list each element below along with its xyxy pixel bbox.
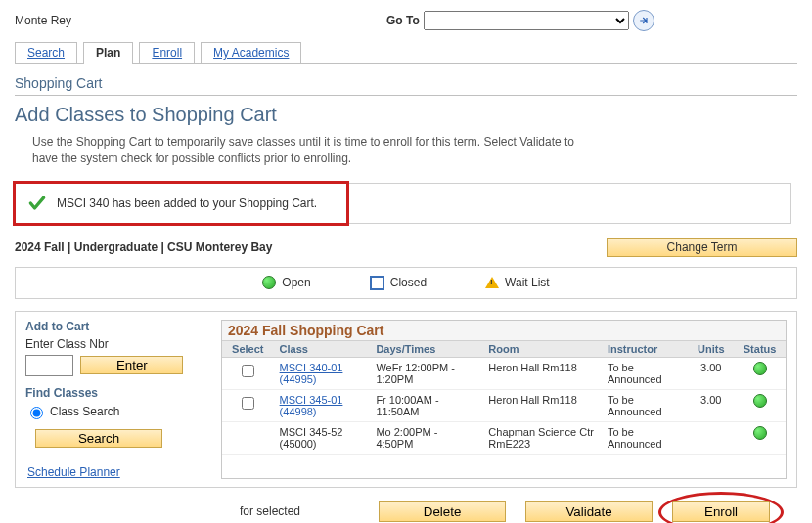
cell-status bbox=[734, 389, 786, 421]
enter-class-nbr-label: Enter Class Nbr bbox=[25, 337, 211, 351]
instructions: Use the Shopping Cart to temporarily sav… bbox=[32, 134, 580, 167]
cell-room: Heron Hall Rm118 bbox=[482, 389, 602, 421]
col-instructor: Instructor bbox=[602, 341, 688, 358]
cell-units: 3.00 bbox=[688, 389, 734, 421]
col-units: Units bbox=[688, 341, 734, 358]
success-message-box: MSCI 340 has been added to your Shopping… bbox=[15, 183, 791, 224]
user-name: Monte Rey bbox=[15, 14, 386, 27]
cell-units bbox=[688, 421, 734, 454]
cell-instructor: To be Announced bbox=[602, 389, 688, 421]
legend-open-label: Open bbox=[282, 276, 310, 289]
tab-my-academics[interactable]: My Academics bbox=[201, 42, 301, 63]
cell-status bbox=[734, 421, 786, 454]
enter-button[interactable]: Enter bbox=[80, 356, 183, 374]
legend-closed-label: Closed bbox=[390, 276, 427, 289]
col-status: Status bbox=[734, 341, 786, 358]
col-class: Class bbox=[274, 341, 371, 358]
status-open-icon bbox=[753, 426, 767, 440]
col-days: Days/Times bbox=[370, 341, 482, 358]
status-open-icon bbox=[262, 276, 276, 289]
search-button[interactable]: Search bbox=[35, 429, 162, 448]
status-open-icon bbox=[753, 362, 767, 375]
table-row: MSCI 340-01(44995)WeFr 12:00PM - 1:20PMH… bbox=[222, 357, 786, 389]
tab-bar: Search Plan Enroll My Academics bbox=[15, 41, 797, 64]
change-term-button[interactable]: Change Term bbox=[607, 238, 797, 257]
legend: Open Closed Wait List bbox=[15, 267, 797, 299]
table-row: MSCI 345-01(44998)Fr 10:00AM - 11:50AMHe… bbox=[222, 389, 786, 421]
goto-select[interactable] bbox=[424, 11, 629, 30]
goto-label: Go To bbox=[386, 14, 420, 27]
schedule-planner-link[interactable]: Schedule Planner bbox=[27, 465, 120, 479]
cell-room: Chapman Science Ctr RmE223 bbox=[482, 421, 602, 454]
for-selected-label: for selected bbox=[240, 504, 300, 518]
delete-button[interactable]: Delete bbox=[379, 501, 506, 522]
status-waitlist-icon bbox=[485, 277, 499, 288]
tab-plan[interactable]: Plan bbox=[83, 42, 133, 64]
find-classes-header: Find Classes bbox=[25, 386, 211, 400]
cart-table: Select Class Days/Times Room Instructor … bbox=[222, 341, 786, 455]
cell-instructor: To be Announced bbox=[602, 421, 688, 454]
cart-title: 2024 Fall Shopping Cart bbox=[222, 321, 786, 341]
add-to-cart-header: Add to Cart bbox=[25, 320, 211, 333]
validate-button[interactable]: Validate bbox=[525, 501, 653, 522]
term-text: 2024 Fall | Undergraduate | CSU Monterey… bbox=[15, 240, 607, 254]
cell-days: WeFr 12:00PM - 1:20PM bbox=[370, 357, 482, 389]
success-message-text: MSCI 340 has been added to your Shopping… bbox=[57, 196, 317, 210]
row-select-checkbox[interactable] bbox=[242, 365, 254, 377]
cell-days: Mo 2:00PM - 4:50PM bbox=[370, 421, 482, 454]
page-title: Add Classes to Shopping Cart bbox=[15, 104, 797, 126]
goto-go-button[interactable] bbox=[633, 10, 654, 31]
status-open-icon bbox=[753, 394, 767, 408]
class-search-radio[interactable] bbox=[30, 407, 43, 419]
class-text: MSCI 345-52(45000) bbox=[274, 421, 371, 454]
checkmark-icon bbox=[27, 194, 47, 213]
tab-enroll[interactable]: Enroll bbox=[139, 42, 195, 63]
class-search-label: Class Search bbox=[50, 405, 119, 418]
row-select-checkbox[interactable] bbox=[242, 397, 254, 410]
class-link[interactable]: MSCI 345-01(44998) bbox=[280, 394, 343, 417]
class-link[interactable]: MSCI 340-01(44995) bbox=[280, 362, 343, 385]
section-title: Shopping Cart bbox=[15, 75, 797, 91]
cell-days: Fr 10:00AM - 11:50AM bbox=[370, 389, 482, 421]
status-closed-icon bbox=[370, 276, 384, 290]
enroll-button[interactable]: Enroll bbox=[672, 501, 770, 522]
class-nbr-input[interactable] bbox=[25, 355, 73, 376]
cell-units: 3.00 bbox=[688, 357, 734, 389]
cell-instructor: To be Announced bbox=[602, 357, 688, 389]
cell-status bbox=[734, 357, 786, 389]
cell-room: Heron Hall Rm118 bbox=[482, 357, 602, 389]
col-room: Room bbox=[482, 341, 602, 358]
table-row: MSCI 345-52(45000)Mo 2:00PM - 4:50PMChap… bbox=[222, 421, 786, 454]
col-select: Select bbox=[222, 341, 274, 358]
tab-search[interactable]: Search bbox=[15, 42, 77, 63]
legend-waitlist-label: Wait List bbox=[505, 276, 550, 289]
